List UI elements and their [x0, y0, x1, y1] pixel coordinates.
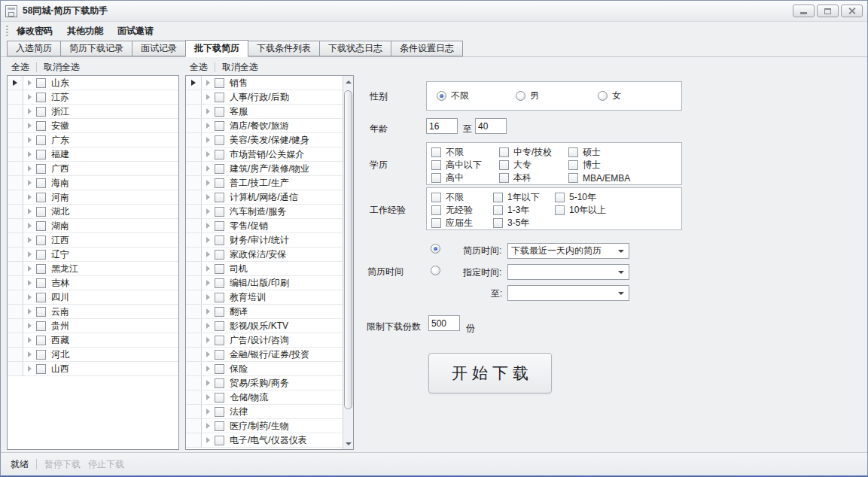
category-checkbox[interactable]	[215, 293, 224, 302]
province-row[interactable]: 浙江	[8, 105, 178, 119]
province-checkbox[interactable]	[36, 164, 46, 174]
expand-arrow-icon[interactable]	[206, 380, 210, 386]
category-checkbox[interactable]	[215, 378, 224, 388]
specified-time-radio[interactable]	[431, 266, 440, 275]
expand-arrow-icon[interactable]	[28, 180, 32, 186]
experience-checkbox[interactable]	[555, 193, 565, 202]
minimize-button[interactable]	[793, 5, 815, 17]
province-checkbox[interactable]	[36, 336, 46, 345]
experience-checkbox[interactable]	[493, 218, 503, 228]
expand-arrow-icon[interactable]	[206, 180, 210, 186]
category-checkbox[interactable]	[215, 135, 224, 145]
category-row[interactable]: 销售	[186, 76, 343, 90]
province-row[interactable]: 海南	[8, 176, 178, 190]
experience-checkbox[interactable]	[493, 205, 503, 215]
province-checkbox[interactable]	[36, 93, 46, 102]
expand-arrow-icon[interactable]	[206, 123, 210, 129]
tab[interactable]: 简历下载记录	[60, 41, 132, 56]
province-row[interactable]: 山东	[8, 76, 178, 90]
scroll-up-button[interactable]	[343, 76, 353, 87]
education-checkbox[interactable]	[431, 147, 441, 157]
province-row[interactable]: 黑龙江	[8, 262, 178, 276]
education-checkbox[interactable]	[499, 160, 509, 170]
experience-option[interactable]: 应届生	[431, 217, 493, 229]
expand-arrow-icon[interactable]	[28, 137, 32, 143]
category-checkbox[interactable]	[215, 221, 224, 231]
expand-arrow-icon[interactable]	[28, 223, 32, 229]
expand-arrow-icon[interactable]	[28, 166, 32, 172]
expand-arrow-icon[interactable]	[28, 237, 32, 243]
category-checkbox[interactable]	[215, 393, 224, 403]
category-select-all-button[interactable]: 全选	[190, 61, 208, 74]
expand-arrow-icon[interactable]	[206, 351, 210, 357]
education-option[interactable]: 博士	[568, 159, 681, 172]
stop-download-button[interactable]: 停止下载	[88, 458, 124, 471]
experience-checkbox[interactable]	[431, 193, 441, 202]
education-option[interactable]: 大专	[499, 159, 568, 172]
province-row[interactable]: 江苏	[8, 90, 178, 105]
expand-arrow-icon[interactable]	[28, 294, 32, 300]
province-checkbox[interactable]	[36, 78, 46, 88]
education-checkbox[interactable]	[568, 173, 578, 183]
expand-arrow-icon[interactable]	[206, 137, 210, 143]
education-option[interactable]: 本科	[499, 172, 568, 184]
pause-download-button[interactable]: 暂停下载	[44, 458, 81, 471]
category-row[interactable]: 仓储/物流	[186, 390, 343, 405]
category-checkbox[interactable]	[215, 278, 224, 288]
expand-arrow-icon[interactable]	[206, 280, 210, 286]
province-checkbox[interactable]	[36, 350, 46, 360]
province-checkbox[interactable]	[36, 193, 46, 202]
experience-checkbox[interactable]	[493, 193, 503, 202]
province-row[interactable]: 广西	[8, 162, 178, 176]
start-download-button[interactable]: 开始下载	[428, 353, 552, 393]
category-checkbox[interactable]	[215, 250, 224, 260]
province-row[interactable]: 安徽	[8, 119, 178, 133]
expand-arrow-icon[interactable]	[206, 251, 210, 257]
category-row[interactable]: 计算机/网络/通信	[186, 190, 343, 205]
province-checkbox[interactable]	[36, 207, 46, 217]
province-row[interactable]: 吉林	[8, 276, 178, 290]
category-checkbox[interactable]	[215, 364, 224, 374]
category-row[interactable]: 汽车制造/服务	[186, 205, 343, 219]
province-checkbox[interactable]	[36, 135, 46, 145]
menu-other-functions[interactable]: 其他功能	[66, 23, 104, 39]
province-checkbox[interactable]	[36, 107, 46, 117]
category-row[interactable]: 法律	[186, 405, 343, 419]
age-from-input[interactable]	[426, 118, 458, 134]
category-deselect-all-button[interactable]: 取消全选	[222, 61, 258, 74]
education-checkbox[interactable]	[568, 147, 578, 157]
category-checkbox[interactable]	[215, 150, 224, 160]
category-checkbox[interactable]	[215, 350, 224, 360]
province-row[interactable]: 辽宁	[8, 248, 178, 262]
expand-arrow-icon[interactable]	[28, 80, 32, 86]
specified-time-dropdown[interactable]	[507, 264, 629, 280]
education-option[interactable]: 高中以下	[431, 159, 499, 172]
province-row[interactable]: 广东	[8, 133, 178, 147]
expand-arrow-icon[interactable]	[206, 437, 210, 443]
province-row[interactable]: 云南	[8, 305, 178, 319]
category-row[interactable]: 贸易/采购/商务	[186, 376, 343, 390]
expand-arrow-icon[interactable]	[28, 194, 32, 200]
province-checkbox[interactable]	[36, 307, 46, 317]
education-checkbox[interactable]	[568, 160, 578, 170]
category-checkbox[interactable]	[215, 207, 224, 217]
category-row[interactable]: 金融/银行/证券/投资	[186, 348, 343, 362]
education-option[interactable]: MBA/EMBA	[568, 172, 681, 184]
category-row[interactable]: 客服	[186, 105, 343, 119]
expand-arrow-icon[interactable]	[28, 208, 32, 214]
expand-arrow-icon[interactable]	[206, 308, 210, 314]
category-checkbox[interactable]	[215, 164, 224, 174]
expand-arrow-icon[interactable]	[28, 366, 32, 372]
province-select-all-button[interactable]: 全选	[11, 61, 29, 74]
recent-time-radio[interactable]	[431, 244, 440, 254]
expand-arrow-icon[interactable]	[206, 94, 210, 100]
province-row[interactable]: 河北	[8, 348, 178, 362]
category-row[interactable]: 美容/美发/保健/健身	[186, 133, 343, 147]
category-row[interactable]: 编辑/出版/印刷	[186, 276, 343, 290]
category-checkbox[interactable]	[215, 421, 224, 431]
category-checkbox[interactable]	[215, 407, 224, 417]
expand-arrow-icon[interactable]	[28, 123, 32, 129]
expand-arrow-icon[interactable]	[206, 194, 210, 200]
radio-icon[interactable]	[598, 91, 608, 101]
category-row[interactable]: 司机	[186, 262, 343, 276]
